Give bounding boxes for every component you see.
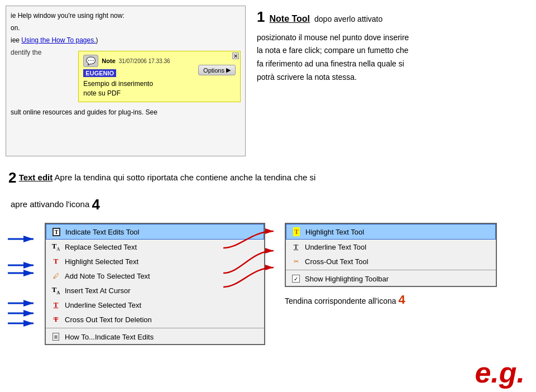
menu-item-highlight-label: Highlight Selected Text bbox=[65, 257, 138, 266]
menus-section: T Indicate Text Edits Tool TA Replace Se… bbox=[0, 223, 536, 345]
section1-explanation: 1 Note Tool dopo averlo attivato posizio… bbox=[257, 6, 528, 156]
right-menu-container: T Highlight Text Tool T Underline Text T… bbox=[285, 223, 530, 345]
note-content-2: note su PDF bbox=[83, 89, 153, 98]
right-underline-icon: T bbox=[290, 241, 302, 252]
note-label: Note bbox=[102, 58, 115, 64]
section2-description2: apre attivando l'icona bbox=[11, 199, 89, 208]
right-menu-item-show-toolbar[interactable]: ✓ Show Highlighting Toolbar bbox=[286, 271, 496, 286]
caption-text: Tendina corrispondente all'icona 4 bbox=[285, 293, 530, 307]
caption-number: 4 bbox=[398, 293, 405, 307]
eg-text: e.g. bbox=[475, 356, 525, 389]
menu-item-addnote-label: Add Note To Selected Text bbox=[65, 272, 150, 280]
howto-icon: ≡ bbox=[50, 331, 61, 342]
screenshot-line1: ie Help window you're using right now: bbox=[11, 11, 241, 21]
highlight-sel-icon: T bbox=[50, 256, 61, 267]
menu-item-replace-label: Replace Selected Text bbox=[65, 243, 137, 251]
right-menu-item-underline[interactable]: T Underline Text Tool bbox=[286, 240, 496, 254]
screenshot-line3: iee Using the How To pages.) bbox=[11, 35, 241, 45]
note-author: EUGENIO bbox=[83, 69, 116, 77]
menu-item-indicate-label: Indicate Text Edits Tool bbox=[65, 228, 140, 236]
right-menu-highlight-label: Highlight Text Tool bbox=[305, 228, 364, 236]
show-toolbar-checkbox[interactable]: ✓ bbox=[290, 273, 302, 284]
menu-item-underline-label: Underline Selected Text bbox=[65, 301, 141, 309]
underline-sel-icon: T bbox=[50, 299, 61, 310]
note-popup: 💬 Note 31/07/2006 17.33.36 ✕ EUGENIO Ese… bbox=[78, 51, 241, 102]
indicate-icon: T bbox=[51, 226, 62, 237]
right-highlight-icon: T bbox=[291, 226, 302, 237]
section2-description: Apre la tendina qui sotto riportata che … bbox=[55, 173, 316, 182]
section1-line1: dopo averlo attivato bbox=[314, 13, 382, 25]
crossout-icon: T bbox=[50, 314, 61, 325]
screenshot-box: ie Help window you're using right now: o… bbox=[6, 6, 246, 156]
options-button[interactable]: Options ▶ bbox=[198, 65, 236, 75]
insert-icon: TA bbox=[50, 285, 61, 296]
right-menu-divider bbox=[286, 270, 496, 270]
right-menu-underline-label: Underline Text Tool bbox=[305, 243, 366, 251]
menu-item-crossout[interactable]: T Cross Out Text for Deletion bbox=[46, 312, 264, 327]
note-close-btn[interactable]: ✕ bbox=[232, 52, 239, 59]
replace-icon: TA bbox=[50, 241, 61, 252]
section2-header: 2 Text edit Apre la tendina qui sotto ri… bbox=[0, 162, 536, 221]
note-date: 31/07/2006 17.33.36 bbox=[119, 58, 170, 64]
right-menu-crossout-label: Cross-Out Text Tool bbox=[305, 257, 368, 266]
menu-item-howto-label: How To...Indicate Text Edits bbox=[65, 333, 154, 341]
menu-item-insert-label: Insert Text At Cursor bbox=[65, 286, 131, 295]
right-menu-show-toolbar-label: Show Highlighting Toolbar bbox=[305, 275, 389, 283]
note-content-1: Esempio di inserimento bbox=[83, 79, 153, 89]
section1-explanation-body: posizionato il mouse nel punto dove inse… bbox=[257, 31, 528, 84]
addnote-icon: 🖊 bbox=[50, 270, 61, 281]
right-menu-item-crossout[interactable]: ✂ Cross-Out Text Tool bbox=[286, 254, 496, 269]
note-icon: 💬 bbox=[83, 55, 98, 67]
right-crossout-icon: ✂ bbox=[290, 256, 302, 267]
section2-number: 2 bbox=[8, 169, 16, 186]
menu-item-howto[interactable]: ≡ How To...Indicate Text Edits bbox=[46, 329, 264, 344]
section2-icona-number: 4 bbox=[92, 196, 99, 213]
menu-item-underline[interactable]: T Underline Selected Text bbox=[46, 298, 264, 312]
blue-arrow-3 bbox=[7, 298, 37, 329]
screenshot-line4: dentify the bbox=[11, 47, 76, 58]
menu-divider bbox=[46, 328, 264, 328]
blue-arrow-2 bbox=[7, 261, 37, 282]
red-arrows-svg bbox=[223, 223, 279, 295]
blue-arrow-1 bbox=[7, 233, 37, 245]
section1-tool-name: Note Tool bbox=[269, 12, 310, 26]
section1-number: 1 bbox=[257, 6, 265, 29]
screenshot-line-bottom: sult online resources and guides for plu… bbox=[11, 107, 241, 117]
right-menu-item-highlight[interactable]: T Highlight Text Tool bbox=[286, 224, 496, 240]
right-menu-box: T Highlight Text Tool T Underline Text T… bbox=[285, 223, 497, 287]
menu-item-crossout-label: Cross Out Text for Deletion bbox=[65, 315, 152, 324]
screenshot-line2: on. bbox=[11, 23, 241, 33]
section2-text-edit-label: Text edit bbox=[19, 173, 53, 182]
